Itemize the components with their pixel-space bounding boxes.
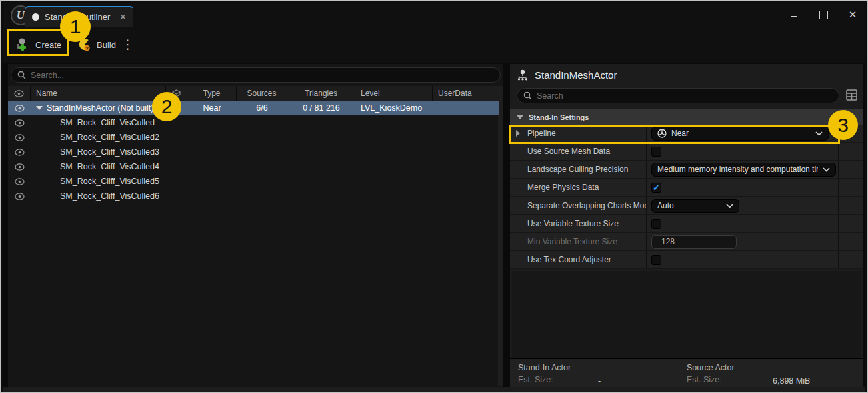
reset-to-default-cell[interactable] xyxy=(838,161,863,178)
eye-icon[interactable] xyxy=(15,134,25,141)
row-sources: 6/6 xyxy=(237,101,287,115)
column-header-userdata[interactable]: UserData xyxy=(433,86,499,101)
reset-to-default-cell[interactable] xyxy=(838,215,863,232)
search-icon xyxy=(17,71,26,79)
eye-icon[interactable] xyxy=(15,149,25,156)
outliner-table-header: Name Type Sources Triangles Level UserDa… xyxy=(8,86,499,101)
details-search-input[interactable]: Search xyxy=(517,88,839,103)
build-button-label: Build xyxy=(97,40,116,50)
window-controls: – ✕ xyxy=(788,3,859,27)
use-tex-coord-adjuster-checkbox[interactable] xyxy=(651,255,661,265)
svg-text:?: ? xyxy=(85,45,89,51)
property-label: Use Source Mesh Data xyxy=(527,147,610,156)
eye-icon[interactable] xyxy=(15,193,25,200)
search-icon xyxy=(523,91,532,100)
outliner-rows: StandInMeshActor (Not built) Near 6/6 0 … xyxy=(8,101,499,204)
row-name: SM_Rock_Cliff_VisCulled3 xyxy=(31,145,166,159)
source-actor-title: Source Actor xyxy=(687,363,735,372)
details-panel: StandInMeshActor Search Stand-In Setting… xyxy=(510,64,863,388)
landscape-culling-precision-dropdown[interactable]: Medium memory intensity and computation … xyxy=(651,163,836,177)
reset-to-default-cell[interactable] xyxy=(838,143,863,160)
row-userdata xyxy=(433,101,499,115)
reset-to-default-cell[interactable] xyxy=(838,197,863,214)
row-type: Near xyxy=(187,101,237,115)
reset-to-default-cell[interactable] xyxy=(838,251,863,268)
source-est-size-value: 6,898 MiB xyxy=(773,376,810,386)
close-button[interactable]: ✕ xyxy=(847,9,859,21)
reset-to-default-cell[interactable] xyxy=(838,233,863,250)
column-header-sources[interactable]: Sources xyxy=(237,86,287,101)
row-level: LVL_KioskDemo xyxy=(355,101,433,115)
eye-icon[interactable] xyxy=(15,178,25,185)
reset-to-default-cell[interactable] xyxy=(838,179,863,196)
toolbar-more-options-icon[interactable]: ⋮ xyxy=(121,43,134,47)
property-row-separate-overlapping-charts-mode: Separate Overlapping Charts Mode Auto xyxy=(510,197,863,215)
property-row-merge-physics-data: Merge Physics Data ✓ xyxy=(510,179,863,197)
row-name: SM_Rock_Cliff_VisCulled6 xyxy=(31,189,166,204)
row-name: StandInMeshActor (Not built) xyxy=(47,103,154,113)
separate-overlapping-charts-mode-dropdown[interactable]: Auto xyxy=(651,199,739,213)
chevron-down-icon xyxy=(726,204,733,208)
annotation-badge-1: 1 xyxy=(60,11,91,42)
table-row-visculled2[interactable]: SM_Rock_Cliff_VisCulled2 xyxy=(8,130,499,145)
details-search-placeholder: Search xyxy=(537,91,563,101)
property-row-use-source-mesh-data: Use Source Mesh Data xyxy=(510,143,863,161)
column-header-type[interactable]: Type xyxy=(187,86,237,101)
column-header-name[interactable]: Name xyxy=(31,86,166,101)
row-name: SM_Rock_Cliff_VisCulled xyxy=(31,115,166,130)
property-row-landscape-culling-precision: Landscape Culling Precision Medium memor… xyxy=(510,161,863,179)
standin-est-size-label: Est. Size: xyxy=(518,375,571,384)
details-title-row: StandInMeshActor xyxy=(517,69,617,81)
use-variable-texture-size-checkbox[interactable] xyxy=(651,219,661,229)
minimize-button[interactable]: – xyxy=(788,9,800,21)
section-standin-settings[interactable]: Stand-In Settings xyxy=(510,109,863,125)
row-name: SM_Rock_Cliff_VisCulled4 xyxy=(31,159,166,174)
property-label: Min Variable Texture Size xyxy=(527,237,617,246)
column-header-level[interactable]: Level xyxy=(355,86,433,101)
title-bar: U Stand-In Outliner ✕ – ✕ xyxy=(3,3,865,27)
property-label: Separate Overlapping Charts Mode xyxy=(527,201,647,210)
maximize-button[interactable] xyxy=(817,9,829,21)
outliner-search-placeholder: Search... xyxy=(31,71,64,80)
property-row-use-variable-texture-size: Use Variable Texture Size xyxy=(510,215,863,233)
unreal-standin-outliner-window: U Stand-In Outliner ✕ – ✕ Create xyxy=(0,0,868,393)
table-row-visculled1[interactable]: SM_Rock_Cliff_VisCulled xyxy=(8,115,499,130)
table-row-standinmeshactor[interactable]: StandInMeshActor (Not built) Near 6/6 0 … xyxy=(8,101,499,115)
tab-close-icon[interactable]: ✕ xyxy=(119,12,127,22)
chevron-down-icon xyxy=(823,167,830,172)
section-title: Stand-In Settings xyxy=(529,113,589,121)
table-row-visculled5[interactable]: SM_Rock_Cliff_VisCulled5 xyxy=(8,174,499,189)
eye-icon[interactable] xyxy=(15,119,25,127)
merge-physics-data-checkbox[interactable]: ✓ xyxy=(651,183,661,193)
expander-caret-icon[interactable] xyxy=(36,106,43,110)
table-row-visculled6[interactable]: SM_Rock_Cliff_VisCulled6 xyxy=(8,189,499,204)
tab-dot-icon xyxy=(32,13,39,21)
outliner-search-input[interactable]: Search... xyxy=(11,67,501,83)
property-row-min-variable-texture-size: Min Variable Texture Size 128 xyxy=(510,233,863,251)
property-row-use-tex-coord-adjuster: Use Tex Coord Adjuster xyxy=(510,251,863,269)
eye-icon[interactable] xyxy=(15,163,25,171)
table-row-visculled3[interactable]: SM_Rock_Cliff_VisCulled3 xyxy=(8,145,499,159)
landscape-culling-precision-value: Medium memory intensity and computation … xyxy=(657,165,818,174)
row-name: SM_Rock_Cliff_VisCulled5 xyxy=(31,174,166,189)
annotation-highlight-create xyxy=(7,29,69,56)
property-label: Merge Physics Data xyxy=(527,183,599,192)
use-source-mesh-data-checkbox[interactable] xyxy=(651,147,661,157)
eye-icon xyxy=(14,90,24,97)
view-options-grid-icon[interactable] xyxy=(846,89,857,103)
column-header-triangles[interactable]: Triangles xyxy=(287,86,355,101)
outliner-scrollbar[interactable] xyxy=(498,86,503,386)
separate-overlapping-charts-mode-value: Auto xyxy=(657,201,721,210)
annotation-badge-3: 3 xyxy=(828,110,858,140)
details-empty-area xyxy=(512,271,861,358)
outliner-panel: Search... Name Type Sources Triangles Le… xyxy=(8,64,503,387)
toolbar: Create ? Build ⋮ xyxy=(3,27,865,63)
visibility-column-header[interactable] xyxy=(8,86,31,101)
actor-hierarchy-icon xyxy=(517,69,529,81)
annotation-highlight-pipeline xyxy=(509,125,840,144)
min-variable-texture-size-input[interactable]: 128 xyxy=(651,235,737,249)
row-triangles: 0 / 81 216 xyxy=(287,101,355,115)
standin-actor-title: Stand-In Actor xyxy=(518,363,571,372)
eye-icon[interactable] xyxy=(15,105,25,112)
table-row-visculled4[interactable]: SM_Rock_Cliff_VisCulled4 xyxy=(8,159,499,174)
